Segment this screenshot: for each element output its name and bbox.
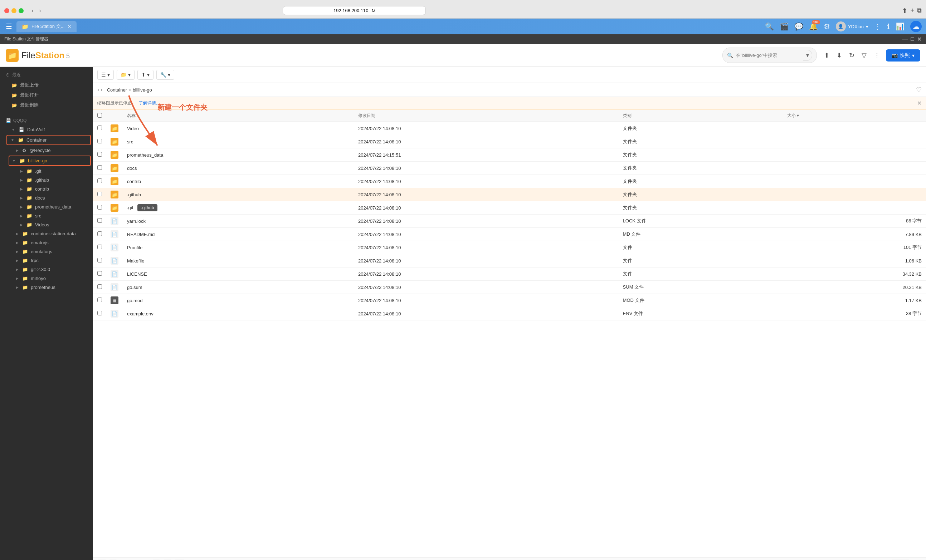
file-name[interactable]: prometheus_data [123, 148, 354, 162]
new-tab-icon[interactable]: + [910, 7, 914, 14]
row-checkbox[interactable] [97, 205, 102, 210]
file-name[interactable]: Procfile [123, 241, 354, 254]
file-name[interactable]: Video [123, 122, 354, 135]
close-button[interactable]: ✕ [917, 36, 922, 42]
upload-files-button[interactable]: ⬆ ▾ [138, 70, 153, 80]
sidebar-item-billlive-go[interactable]: ▼ 📁 billlive-go [9, 156, 90, 165]
file-name[interactable]: README.md [123, 228, 354, 241]
row-checkbox[interactable] [97, 125, 102, 130]
row-checkbox[interactable] [97, 231, 102, 236]
tab-close-button[interactable]: ✕ [67, 24, 71, 29]
chat-tool-icon[interactable]: 💬 [794, 22, 803, 31]
sidebar-item-git-230[interactable]: ▶ 📁 git-2.30.0 [0, 265, 93, 274]
monitor-icon[interactable]: 📊 [896, 22, 905, 31]
tools-button[interactable]: 🔧 ▾ [156, 70, 174, 80]
file-name[interactable]: .git.github [123, 201, 354, 214]
address-bar[interactable]: 192.168.200.110 ↻ [283, 6, 426, 15]
sidebar-item-mihoyo[interactable]: ▶ 📁 mihoyo [0, 274, 93, 283]
sidebar-item-datavol1[interactable]: ▼ 💾 DataVol1 [0, 125, 93, 134]
sidebar-item-container-station[interactable]: ▶ 📁 container-station-data [0, 229, 93, 238]
restore-button[interactable]: □ [911, 36, 914, 42]
breadcrumb-forward-button[interactable]: › [101, 86, 102, 93]
sidebar-item-docs-sub[interactable]: ▶ 📁 docs [0, 193, 93, 202]
browser-back-button[interactable]: ‹ [29, 7, 35, 15]
type-header[interactable]: 类别 [619, 110, 783, 122]
user-info[interactable]: 👤 YDXian ▾ [836, 21, 869, 32]
upload-button[interactable]: ⬆ [823, 50, 831, 61]
sidebar-item-recent-upload[interactable]: 📂 最近上传 [0, 80, 93, 90]
download-button[interactable]: ⬇ [835, 50, 843, 61]
row-checkbox[interactable] [97, 218, 102, 223]
refresh-button[interactable]: ↻ [847, 50, 856, 61]
sidebar-toggle-icon[interactable]: ⧉ [917, 7, 922, 14]
tab-filestation[interactable]: 📁 File Station 文... ✕ [17, 21, 77, 32]
new-folder-button[interactable]: 📁 ▾ [117, 70, 135, 80]
sidebar-item-prometheus[interactable]: ▶ 📁 prometheus [0, 283, 93, 292]
sidebar-item-ematorjs[interactable]: ▶ 📁 ematorjs [0, 238, 93, 247]
sidebar-item-emulatorjs[interactable]: ▶ 📁 emulatorjs [0, 247, 93, 256]
snapshot-button[interactable]: 📷 快照 ▾ [886, 49, 920, 62]
file-name[interactable]: .github [123, 188, 354, 201]
notification-icon[interactable]: 🔔 10+ [809, 22, 818, 31]
row-checkbox[interactable] [97, 152, 102, 157]
notice-close-button[interactable]: ✕ [917, 100, 922, 107]
row-checkbox[interactable] [97, 165, 102, 170]
date-header[interactable]: 修改日期 [354, 110, 618, 122]
breadcrumb-container[interactable]: Container [107, 87, 127, 93]
file-name[interactable]: Makefile [123, 254, 354, 267]
file-name[interactable]: src [123, 135, 354, 148]
info-icon[interactable]: ℹ [887, 22, 890, 31]
sidebar-item-recycle[interactable]: ▶ ♻ @Recycle [0, 146, 93, 155]
minimize-traffic-light[interactable] [11, 8, 17, 13]
reload-icon[interactable]: ↻ [371, 8, 375, 13]
video-tool-icon[interactable]: 🎬 [780, 22, 788, 31]
sidebar-item-github[interactable]: ▶ 📁 .github [0, 175, 93, 184]
file-name[interactable]: go.sum [123, 281, 354, 294]
close-traffic-light[interactable] [4, 8, 9, 13]
name-header[interactable]: 名称 ▾ [123, 110, 354, 122]
favorite-icon[interactable]: ♡ [916, 86, 922, 94]
more-options-icon[interactable]: ⋮ [874, 22, 881, 31]
breadcrumb-back-button[interactable]: ‹ [97, 86, 99, 93]
row-checkbox[interactable] [97, 311, 102, 315]
sidebar-item-contrib-sub[interactable]: ▶ 📁 contrib [0, 184, 93, 193]
maximize-traffic-light[interactable] [19, 8, 24, 13]
share-icon[interactable]: ⬆ [902, 7, 907, 15]
row-checkbox[interactable] [97, 192, 102, 196]
file-name[interactable]: yarn.lock [123, 214, 354, 228]
sidebar-item-container[interactable]: ▼ 📁 Container [7, 136, 90, 145]
select-all-checkbox[interactable] [97, 113, 102, 118]
file-name[interactable]: contrib [123, 175, 354, 188]
sidebar-item-prometheus-sub[interactable]: ▶ 📁 prometheus_data [0, 202, 93, 211]
minimize-button[interactable]: — [902, 36, 908, 42]
sidebar-item-git[interactable]: ▶ 📁 .git [0, 167, 93, 175]
row-checkbox[interactable] [97, 284, 102, 289]
sidebar-item-frpc[interactable]: ▶ 📁 frpc [0, 256, 93, 265]
row-checkbox[interactable] [97, 139, 102, 143]
notice-link[interactable]: 了解详情。 [139, 100, 160, 106]
search-tool-icon[interactable]: 🔍 [765, 22, 774, 31]
browser-forward-button[interactable]: › [37, 7, 43, 15]
file-name[interactable]: example.env [123, 307, 354, 320]
file-name[interactable]: docs [123, 162, 354, 175]
search-input[interactable] [736, 53, 800, 58]
hamburger-button[interactable]: ☰ [4, 21, 14, 32]
row-checkbox[interactable] [97, 297, 102, 302]
row-checkbox[interactable] [97, 245, 102, 249]
row-checkbox[interactable] [97, 178, 102, 183]
file-name[interactable]: go.mod [123, 294, 354, 307]
sidebar-recent-header[interactable]: ⏱ 最近 [0, 70, 93, 80]
cloud-icon[interactable]: ☁ [910, 21, 922, 32]
select-all-header[interactable] [93, 110, 106, 122]
sidebar-qqqq-header[interactable]: 💾 QQQQ [0, 116, 93, 125]
sidebar-item-recent-open[interactable]: 📂 最近打开 [0, 90, 93, 100]
row-checkbox[interactable] [97, 271, 102, 276]
filter-button[interactable]: ▽ [860, 50, 868, 61]
row-checkbox[interactable] [97, 258, 102, 263]
size-header[interactable]: 大小 ▾ [783, 110, 926, 122]
more-button[interactable]: ⋮ [872, 50, 882, 61]
sidebar-item-recent-delete[interactable]: 📂 最近删除 [0, 100, 93, 110]
view-options-button[interactable]: ☰ ▾ [97, 70, 114, 80]
sidebar-item-src-sub[interactable]: ▶ 📁 src [0, 211, 93, 220]
file-name[interactable]: LICENSE [123, 267, 354, 281]
